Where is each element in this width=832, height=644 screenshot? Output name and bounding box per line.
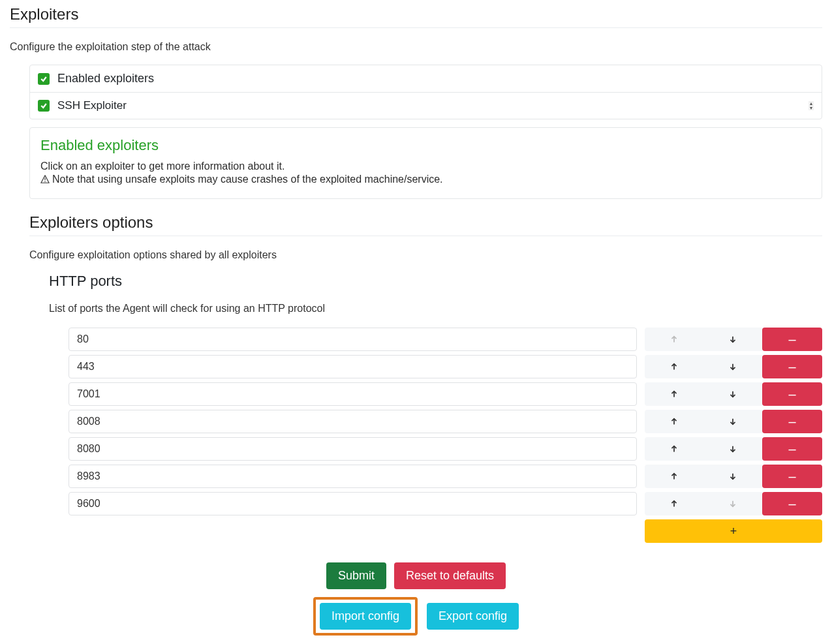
remove-port-button[interactable]: – [762, 465, 822, 488]
move-up-button[interactable] [645, 492, 703, 515]
svg-point-1 [44, 181, 46, 182]
move-down-button[interactable] [703, 437, 762, 461]
move-down-button [703, 492, 762, 515]
move-up-button[interactable] [645, 437, 703, 461]
http-ports-heading: HTTP ports [49, 273, 822, 290]
port-row: – [69, 328, 822, 351]
move-down-button[interactable] [703, 465, 762, 488]
move-up-button[interactable] [645, 355, 703, 378]
move-up-button[interactable] [645, 382, 703, 406]
add-port-row: + [69, 519, 822, 543]
remove-port-button[interactable]: – [762, 410, 822, 433]
port-row: – [69, 410, 822, 433]
spinner-down-icon[interactable]: ▾ [810, 106, 812, 110]
move-up-button[interactable] [645, 410, 703, 433]
exploiters-heading: Exploiters [10, 5, 822, 28]
exploiters-options-heading: Exploiters options [29, 213, 822, 236]
move-down-button[interactable] [703, 355, 762, 378]
port-row-controls: – [645, 328, 822, 351]
port-input[interactable] [69, 328, 637, 351]
enabled-exploiters-info: Enabled exploiters Click on an exploiter… [29, 127, 822, 199]
port-row-controls: – [645, 382, 822, 406]
import-highlight-frame: Import config [313, 597, 418, 636]
info-title: Enabled exploiters [40, 137, 811, 154]
checkbox-checked-icon[interactable] [38, 73, 50, 85]
port-row: – [69, 465, 822, 488]
import-config-button[interactable]: Import config [320, 603, 411, 630]
warning-icon [40, 175, 50, 184]
exploiter-item-row[interactable]: SSH Exploiter ▴ ▾ [30, 92, 822, 119]
info-line-1: Click on an exploiter to get more inform… [40, 161, 811, 172]
enabled-exploiters-label: Enabled exploiters [57, 72, 154, 85]
info-warning-text: Note that using unsafe exploits may caus… [52, 174, 443, 185]
port-row: – [69, 492, 822, 515]
port-input[interactable] [69, 355, 637, 378]
port-input[interactable] [69, 410, 637, 433]
move-up-button[interactable] [645, 465, 703, 488]
submit-button[interactable]: Submit [326, 562, 386, 589]
remove-port-button[interactable]: – [762, 355, 822, 378]
port-row: – [69, 355, 822, 378]
port-input[interactable] [69, 382, 637, 406]
action-row-secondary: Import config Export config [10, 597, 822, 636]
add-port-button[interactable]: + [645, 519, 822, 543]
move-down-button[interactable] [703, 410, 762, 433]
port-row-controls: – [645, 355, 822, 378]
port-input[interactable] [69, 465, 637, 488]
info-line-2: Note that using unsafe exploits may caus… [40, 174, 811, 185]
exploiters-desc: Configure the exploitation step of the a… [10, 41, 822, 53]
enabled-exploiters-panel: Enabled exploiters SSH Exploiter ▴ ▾ [29, 65, 822, 119]
port-row-controls: – [645, 410, 822, 433]
remove-port-button[interactable]: – [762, 437, 822, 461]
spinner-control[interactable]: ▴ ▾ [809, 101, 814, 110]
port-input[interactable] [69, 437, 637, 461]
exploiters-options-desc: Configure exploitation options shared by… [29, 249, 822, 261]
export-config-button[interactable]: Export config [427, 603, 519, 630]
checkbox-checked-icon[interactable] [38, 100, 50, 112]
port-row: – [69, 437, 822, 461]
remove-port-button[interactable]: – [762, 382, 822, 406]
port-row-controls: – [645, 465, 822, 488]
http-ports-desc: List of ports the Agent will check for u… [49, 303, 822, 314]
port-input[interactable] [69, 492, 637, 515]
move-down-button[interactable] [703, 382, 762, 406]
http-ports-list: –––––––+ [69, 328, 822, 543]
remove-port-button[interactable]: – [762, 328, 822, 351]
enabled-exploiters-header-row[interactable]: Enabled exploiters [30, 65, 822, 92]
move-down-button[interactable] [703, 328, 762, 351]
move-up-button [645, 328, 703, 351]
exploiter-item-label: SSH Exploiter [57, 99, 127, 112]
port-row-controls: – [645, 437, 822, 461]
remove-port-button[interactable]: – [762, 492, 822, 515]
port-row-controls: – [645, 492, 822, 515]
reset-defaults-button[interactable]: Reset to defaults [394, 562, 506, 589]
action-row-primary: Submit Reset to defaults [10, 562, 822, 589]
port-row: – [69, 382, 822, 406]
